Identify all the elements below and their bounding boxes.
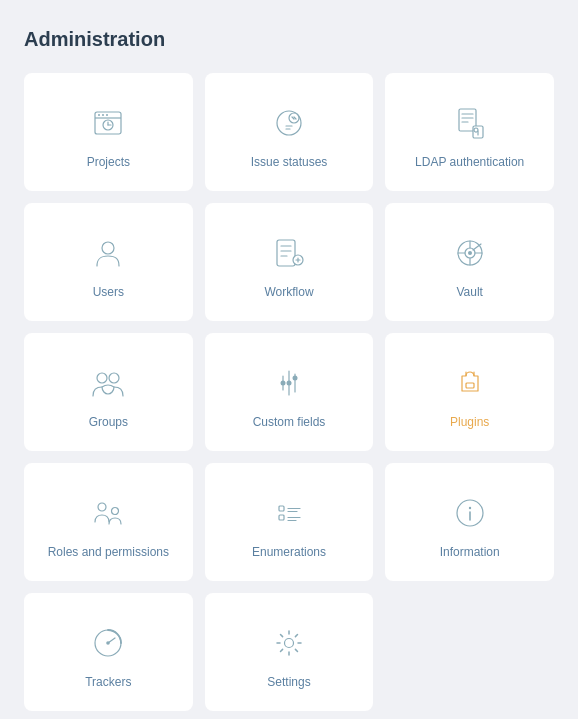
trackers-label: Trackers <box>85 675 131 689</box>
card-issue-statuses[interactable]: Issue statuses <box>205 73 374 191</box>
issue-statuses-icon <box>267 101 311 145</box>
card-workflow[interactable]: Workflow <box>205 203 374 321</box>
svg-point-37 <box>280 381 285 386</box>
svg-point-54 <box>284 639 293 648</box>
trackers-icon <box>86 621 130 665</box>
card-groups[interactable]: Groups <box>24 333 193 451</box>
svg-rect-39 <box>466 383 474 388</box>
card-vault[interactable]: Vault <box>385 203 554 321</box>
svg-point-20 <box>102 242 114 254</box>
svg-rect-43 <box>279 515 284 520</box>
svg-point-30 <box>468 251 472 255</box>
card-trackers[interactable]: Trackers <box>24 593 193 711</box>
svg-point-36 <box>286 381 291 386</box>
page-title: Administration <box>24 28 554 51</box>
svg-point-32 <box>109 373 119 383</box>
card-users[interactable]: Users <box>24 203 193 321</box>
issue-statuses-label: Issue statuses <box>251 155 328 169</box>
card-ldap-authentication[interactable]: LDAP authentication <box>385 73 554 191</box>
users-icon <box>86 231 130 275</box>
card-plugins[interactable]: Plugins <box>385 333 554 451</box>
groups-icon <box>86 361 130 405</box>
svg-point-31 <box>97 373 107 383</box>
information-icon <box>448 491 492 535</box>
projects-label: Projects <box>87 155 130 169</box>
svg-point-53 <box>107 641 111 645</box>
projects-icon <box>86 101 130 145</box>
settings-label: Settings <box>267 675 310 689</box>
ldap-authentication-icon <box>448 101 492 145</box>
svg-point-50 <box>468 507 470 509</box>
svg-point-9 <box>289 113 299 123</box>
roles-permissions-label: Roles and permissions <box>48 545 169 559</box>
card-information[interactable]: Information <box>385 463 554 581</box>
enumerations-icon <box>267 491 311 535</box>
svg-rect-42 <box>279 506 284 511</box>
svg-point-41 <box>112 508 119 515</box>
enumerations-label: Enumerations <box>252 545 326 559</box>
vault-icon <box>448 231 492 275</box>
roles-permissions-icon <box>86 491 130 535</box>
settings-icon <box>267 621 311 665</box>
workflow-label: Workflow <box>264 285 313 299</box>
custom-fields-icon <box>267 361 311 405</box>
workflow-icon <box>267 231 311 275</box>
plugins-icon <box>448 361 492 405</box>
admin-grid: Projects Issue statuses LDAP authenticat… <box>24 73 554 711</box>
information-label: Information <box>440 545 500 559</box>
groups-label: Groups <box>89 415 128 429</box>
card-enumerations[interactable]: Enumerations <box>205 463 374 581</box>
custom-fields-label: Custom fields <box>253 415 326 429</box>
ldap-authentication-label: LDAP authentication <box>415 155 524 169</box>
card-custom-fields[interactable]: Custom fields <box>205 333 374 451</box>
plugins-label: Plugins <box>450 415 489 429</box>
card-roles-permissions[interactable]: Roles and permissions <box>24 463 193 581</box>
card-projects[interactable]: Projects <box>24 73 193 191</box>
svg-point-38 <box>292 376 297 381</box>
vault-label: Vault <box>456 285 482 299</box>
svg-rect-21 <box>277 240 295 266</box>
card-settings[interactable]: Settings <box>205 593 374 711</box>
svg-point-40 <box>98 503 106 511</box>
admin-page: Administration Projects Issue statuses <box>0 0 578 719</box>
users-label: Users <box>93 285 124 299</box>
